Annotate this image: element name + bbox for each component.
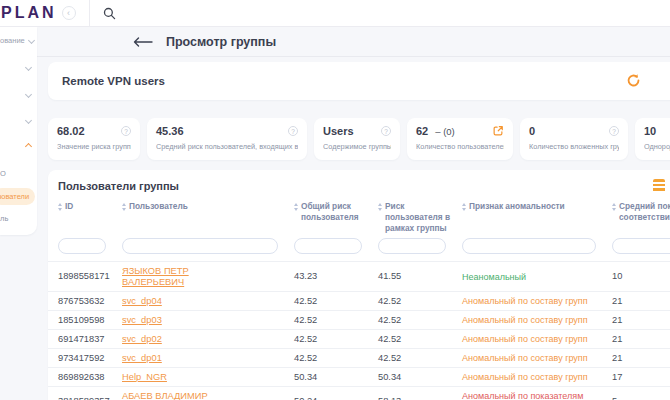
cell-user-id: 185109598 <box>58 311 122 329</box>
table-row[interactable]: 973417592 svc_dp01 42.52 42.52 Аномальны… <box>48 348 670 367</box>
brand-logo: PLAN <box>0 4 57 22</box>
search-icon[interactable] <box>103 7 116 20</box>
table-row[interactable]: 3818589357 АБАЕВ ВЛАДИМИР ИМАМУТДИНОВИЧ … <box>48 386 670 400</box>
cell-user-id: 691471837 <box>58 330 122 348</box>
stat-suffix: – (0) <box>435 126 455 137</box>
user-link[interactable]: svc_dp04 <box>122 296 162 307</box>
refresh-icon[interactable] <box>626 73 641 88</box>
filter-input[interactable] <box>462 238 596 254</box>
sidebar-subitem-1[interactable]: О <box>0 169 6 178</box>
cell-match-percent: 5 <box>612 393 670 400</box>
cell-risk-in-group: 42.52 <box>378 349 462 367</box>
filter-input[interactable] <box>58 238 106 254</box>
sidebar-item-3[interactable] <box>0 92 37 97</box>
chevron-up-icon <box>25 143 32 150</box>
external-link-icon[interactable] <box>492 125 504 137</box>
cell-risk-total: 42.52 <box>294 349 378 367</box>
sidebar-item-2[interactable] <box>0 65 37 70</box>
column-header-label: Общий риск пользователя <box>301 201 368 223</box>
column-header[interactable]: Риск пользователя в рамках группы <box>378 201 462 233</box>
user-link[interactable]: АБАЕВ ВЛАДИМИР ИМАМУТДИНОВИЧ <box>122 391 244 400</box>
user-link[interactable]: Help_NGR <box>122 372 167 383</box>
column-header[interactable]: Средний показатель соответствия (%) <box>612 201 670 223</box>
stat-card: 68.02 ? Значение риска группы <box>48 118 140 160</box>
column-header[interactable]: Признак аномальности <box>462 201 612 212</box>
chevron-down-icon <box>25 91 32 98</box>
back-arrow-icon[interactable] <box>133 37 153 47</box>
cell-risk-total: 42.52 <box>294 292 378 310</box>
sort-icon <box>378 203 382 211</box>
stat-card: 0 ? Количество вложенных групп <box>520 118 628 160</box>
chevron-down-icon <box>25 64 32 71</box>
sidebar-item-modeling[interactable]: ование <box>0 36 37 45</box>
stat-caption: Количество вложенных групп <box>529 142 619 151</box>
cell-anomaly-status: Аномальный по показателям соответствия и… <box>462 387 612 400</box>
cell-match-percent: 21 <box>612 311 670 329</box>
user-link[interactable]: svc_dp02 <box>122 334 162 345</box>
help-icon[interactable]: ? <box>121 126 131 136</box>
table-row[interactable]: 876753632 svc_dp04 42.52 42.52 Аномальны… <box>48 291 670 310</box>
sort-icon <box>462 203 466 211</box>
table-row[interactable]: 1898558171 ЯЗЫКОВ ПЕТР ВАЛЕРЬЕВИЧ 43.23 … <box>48 261 670 291</box>
group-card: Remote VPN users <box>48 62 670 100</box>
cell-match-percent: 21 <box>612 330 670 348</box>
help-icon[interactable]: ? <box>288 126 298 136</box>
sort-icon <box>58 203 62 211</box>
table-filter-row <box>48 238 670 261</box>
stat-card: 62 – (0) Количество пользователей <box>407 118 513 160</box>
filter-input[interactable] <box>294 238 362 254</box>
cell-risk-total: 42.52 <box>294 311 378 329</box>
stat-card: Users ? Содержимое группы <box>314 118 400 160</box>
filter-input[interactable] <box>378 238 446 254</box>
user-link[interactable]: svc_dp03 <box>122 315 162 326</box>
cell-risk-total: 43.23 <box>294 268 378 286</box>
cell-anomaly-status: Аномальный по составу групп <box>462 292 612 310</box>
cell-risk-in-group: 42.52 <box>378 330 462 348</box>
cell-match-percent: 17 <box>612 368 670 386</box>
stats-row: 68.02 ? Значение риска группы 45.36 ? Ср… <box>48 118 670 160</box>
cell-user-id: 973417592 <box>58 349 122 367</box>
cell-user-id: 3818589357 <box>58 393 122 400</box>
sidebar: ование О ьзователи ль <box>0 27 37 235</box>
sidebar-item-4[interactable] <box>0 118 37 123</box>
sidebar-subitem-users-active[interactable]: ьзователи <box>0 188 35 205</box>
cell-anomaly-status: Неаномальный <box>462 268 612 286</box>
table-row[interactable]: 691471837 svc_dp02 42.52 42.52 Аномальны… <box>48 329 670 348</box>
cell-user-link: ЯЗЫКОВ ПЕТР ВАЛЕРЬЕВИЧ <box>122 262 294 291</box>
filter-input[interactable] <box>612 238 670 254</box>
stat-caption: Значение риска группы <box>57 142 131 151</box>
user-link[interactable]: ЯЗЫКОВ ПЕТР ВАЛЕРЬЕВИЧ <box>122 266 244 288</box>
sort-icon <box>122 203 126 211</box>
sidebar-collapse-button[interactable]: ‹ <box>62 6 76 20</box>
help-icon[interactable]: ? <box>609 126 619 136</box>
help-icon[interactable]: ? <box>381 126 391 136</box>
table-header-row: ID Пользователь Общий риск пользователя … <box>48 201 670 233</box>
sidebar-item-expanded[interactable] <box>0 144 37 149</box>
stat-value: 68.02 <box>57 125 85 137</box>
page-title: Просмотр группы <box>166 35 276 49</box>
cell-risk-in-group: 42.52 <box>378 292 462 310</box>
cell-risk-in-group: 42.52 <box>378 311 462 329</box>
sort-icon <box>612 203 616 211</box>
column-header[interactable]: Общий риск пользователя <box>294 201 378 223</box>
cell-user-link: АБАЕВ ВЛАДИМИР ИМАМУТДИНОВИЧ <box>122 387 294 400</box>
filter-input[interactable] <box>122 238 278 254</box>
table-row[interactable]: 869892638 Help_NGR 50.34 50.34 Аномальны… <box>48 367 670 386</box>
column-header[interactable]: Пользователь <box>122 201 294 212</box>
user-link[interactable]: svc_dp01 <box>122 353 162 364</box>
column-header-label: Признак аномальности <box>469 201 565 212</box>
stat-value: 45.36 <box>156 125 184 137</box>
cell-user-id: 876753632 <box>58 292 122 310</box>
sidebar-subitem-3[interactable]: ль <box>0 214 8 223</box>
table-row[interactable]: 185109598 svc_dp03 42.52 42.52 Аномальны… <box>48 310 670 329</box>
column-settings-icon[interactable] <box>653 179 665 193</box>
column-header[interactable]: ID <box>58 201 122 212</box>
chevron-down-icon <box>28 37 35 44</box>
column-header-label: ID <box>65 201 73 212</box>
stat-value: 10 <box>644 125 656 137</box>
table-body: 1898558171 ЯЗЫКОВ ПЕТР ВАЛЕРЬЕВИЧ 43.23 … <box>48 261 670 400</box>
stat-card: 45.36 ? Средний риск пользователей, вход… <box>147 118 307 160</box>
cell-user-link: svc_dp03 <box>122 311 294 329</box>
cell-match-percent: 10 <box>612 268 670 286</box>
cell-risk-in-group: 41.55 <box>378 268 462 286</box>
